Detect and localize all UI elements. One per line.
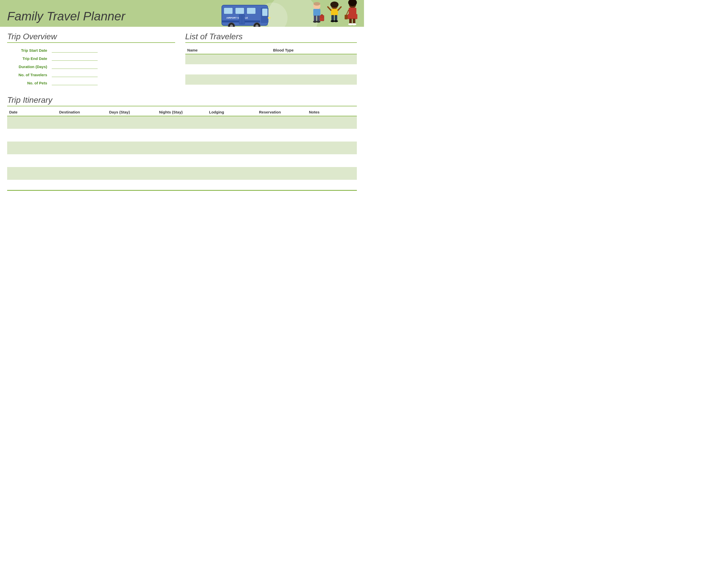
svg-rect-22 <box>320 15 324 21</box>
itinerary-cell-reservation[interactable] <box>257 141 307 154</box>
travelers-input-name-1[interactable] <box>185 64 271 74</box>
itinerary-cell-lodging[interactable] <box>207 129 257 141</box>
itinerary-input-lodging-4[interactable] <box>207 167 257 180</box>
travelers-cell-blood_type[interactable] <box>271 64 357 74</box>
duration-days-input[interactable] <box>52 63 98 69</box>
itinerary-cell-destination[interactable] <box>57 154 107 167</box>
itinerary-cell-date[interactable] <box>7 154 57 167</box>
itinerary-input-reservation-0[interactable] <box>257 116 307 129</box>
duration-days-row: Duration (Days) <box>7 63 175 69</box>
travelers-input-blood_type-1[interactable] <box>271 64 357 74</box>
itinerary-input-date-3[interactable] <box>7 154 57 167</box>
itinerary-input-destination-1[interactable] <box>57 129 107 141</box>
itinerary-cell-nights_stay[interactable] <box>157 116 207 129</box>
list-travelers-title: List of Travelers <box>185 32 357 43</box>
itinerary-cell-lodging[interactable] <box>207 141 257 154</box>
itinerary-cell-reservation[interactable] <box>257 129 307 141</box>
itinerary-cell-reservation[interactable] <box>257 154 307 167</box>
main-content: Trip Overview Trip Start Date Trip End D… <box>0 27 364 185</box>
travelers-input-blood_type-0[interactable] <box>271 54 357 64</box>
travelers-cell-name[interactable] <box>185 64 271 74</box>
travelers-cell-blood_type[interactable] <box>271 54 357 64</box>
no-pets-input[interactable] <box>52 80 98 85</box>
itinerary-input-nights_stay-3[interactable] <box>157 154 207 167</box>
itinerary-cell-notes[interactable] <box>307 129 357 141</box>
itinerary-cell-notes[interactable] <box>307 167 357 180</box>
itinerary-cell-nights_stay[interactable] <box>157 141 207 154</box>
itinerary-cell-lodging[interactable] <box>207 167 257 180</box>
itinerary-cell-reservation[interactable] <box>257 116 307 129</box>
itinerary-cell-notes[interactable] <box>307 116 357 129</box>
itinerary-input-notes-0[interactable] <box>307 116 357 129</box>
itinerary-input-destination-4[interactable] <box>57 167 107 180</box>
itinerary-input-lodging-2[interactable] <box>207 141 257 154</box>
itinerary-input-nights_stay-2[interactable] <box>157 141 207 154</box>
itinerary-input-date-1[interactable] <box>7 129 57 141</box>
itinerary-cell-nights_stay[interactable] <box>157 129 207 141</box>
itinerary-input-nights_stay-4[interactable] <box>157 167 207 180</box>
itinerary-cell-notes[interactable] <box>307 141 357 154</box>
travelers-cell-blood_type[interactable] <box>271 74 357 85</box>
itinerary-input-days_stay-0[interactable] <box>107 116 157 129</box>
itinerary-input-notes-1[interactable] <box>307 129 357 141</box>
itinerary-input-days_stay-4[interactable] <box>107 167 157 180</box>
itinerary-cell-nights_stay[interactable] <box>157 167 207 180</box>
travelers-input-name-2[interactable] <box>185 74 271 85</box>
itinerary-input-date-2[interactable] <box>7 141 57 154</box>
itinerary-col-lodging: Lodging <box>207 108 257 116</box>
trip-end-date-input[interactable] <box>52 55 98 61</box>
itinerary-cell-date[interactable] <box>7 116 57 129</box>
itinerary-input-nights_stay-1[interactable] <box>157 129 207 141</box>
itinerary-cell-destination[interactable] <box>57 129 107 141</box>
itinerary-cell-destination[interactable] <box>57 141 107 154</box>
itinerary-input-lodging-3[interactable] <box>207 154 257 167</box>
itinerary-row <box>7 154 357 167</box>
svg-rect-30 <box>331 15 334 21</box>
itinerary-cell-reservation[interactable] <box>257 167 307 180</box>
itinerary-input-reservation-4[interactable] <box>257 167 307 180</box>
itinerary-cell-days_stay[interactable] <box>107 167 157 180</box>
trip-start-date-input[interactable] <box>52 47 98 52</box>
travelers-cell-name[interactable] <box>185 74 271 85</box>
travelers-cell-name[interactable] <box>185 54 271 64</box>
svg-rect-5 <box>247 8 256 14</box>
itinerary-input-reservation-1[interactable] <box>257 129 307 141</box>
itinerary-cell-days_stay[interactable] <box>107 141 157 154</box>
travelers-input-blood_type-2[interactable] <box>271 74 357 85</box>
travelers-row <box>185 74 357 85</box>
itinerary-table: Date Destination Days (Stay) Nights (Sta… <box>7 108 357 180</box>
itinerary-cell-days_stay[interactable] <box>107 154 157 167</box>
itinerary-cell-destination[interactable] <box>57 116 107 129</box>
svg-rect-37 <box>348 14 357 19</box>
no-travelers-label: No. of Travelers <box>7 73 49 77</box>
itinerary-input-destination-3[interactable] <box>57 154 107 167</box>
itinerary-cell-days_stay[interactable] <box>107 116 157 129</box>
no-travelers-input[interactable] <box>52 71 98 77</box>
itinerary-input-notes-4[interactable] <box>307 167 357 180</box>
itinerary-cell-date[interactable] <box>7 141 57 154</box>
itinerary-cell-nights_stay[interactable] <box>157 154 207 167</box>
itinerary-input-lodging-0[interactable] <box>207 116 257 129</box>
itinerary-cell-date[interactable] <box>7 129 57 141</box>
itinerary-input-days_stay-3[interactable] <box>107 154 157 167</box>
itinerary-cell-date[interactable] <box>7 167 57 180</box>
itinerary-input-destination-0[interactable] <box>57 116 107 129</box>
itinerary-input-days_stay-1[interactable] <box>107 129 157 141</box>
itinerary-input-lodging-1[interactable] <box>207 129 257 141</box>
itinerary-input-nights_stay-0[interactable] <box>157 116 207 129</box>
itinerary-input-notes-3[interactable] <box>307 154 357 167</box>
itinerary-input-reservation-2[interactable] <box>257 141 307 154</box>
itinerary-input-destination-2[interactable] <box>57 141 107 154</box>
itinerary-cell-notes[interactable] <box>307 154 357 167</box>
itinerary-input-notes-2[interactable] <box>307 141 357 154</box>
itinerary-input-reservation-3[interactable] <box>257 154 307 167</box>
itinerary-input-date-4[interactable] <box>7 167 57 180</box>
itinerary-cell-destination[interactable] <box>57 167 107 180</box>
travelers-input-name-0[interactable] <box>185 54 271 64</box>
itinerary-cell-lodging[interactable] <box>207 116 257 129</box>
itinerary-input-date-0[interactable] <box>7 116 57 129</box>
trip-start-date-row: Trip Start Date <box>7 47 175 52</box>
itinerary-cell-lodging[interactable] <box>207 154 257 167</box>
itinerary-cell-days_stay[interactable] <box>107 129 157 141</box>
itinerary-input-days_stay-2[interactable] <box>107 141 157 154</box>
